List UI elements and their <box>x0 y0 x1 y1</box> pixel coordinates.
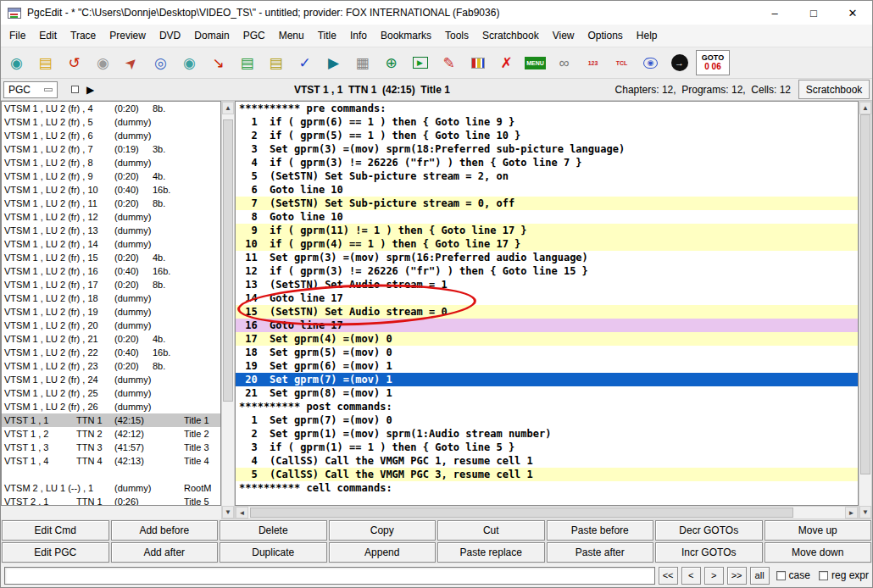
command-line[interactable]: 8 Goto line 10 <box>236 210 858 224</box>
new-backup-icon[interactable]: ◉ <box>92 51 114 75</box>
command-line[interactable]: 10 if ( gprm(4) == 1 ) then { Goto line … <box>236 237 858 251</box>
examine-dvd-icon[interactable]: ◎ <box>149 51 172 75</box>
menu-menu[interactable]: Menu <box>272 25 311 46</box>
cut-button[interactable]: Cut <box>437 520 545 541</box>
command-line[interactable]: 3 Set gprm(3) =(mov) sprm(18:Preferred s… <box>236 142 858 156</box>
restore-backup-icon[interactable]: ▤ <box>236 51 259 75</box>
menu-info[interactable]: Info <box>343 25 374 46</box>
pgc-list-row[interactable]: VTSM 1 , LU 2 (fr) , 16(0:40)16b. <box>2 264 220 278</box>
pgc-list-row[interactable]: VTSM 1 , LU 2 (fr) , 7(0:19)3b. <box>2 142 220 156</box>
pgc-list-row[interactable]: VTSM 1 , LU 2 (fr) , 21(0:20)4b. <box>2 332 220 346</box>
scroll-right-icon[interactable]: ► <box>845 507 858 519</box>
duplicate-button[interactable]: Duplicate <box>220 542 327 563</box>
command-line[interactable]: 5 (CallSS) Call the VMGM PGC 3, resume c… <box>236 468 858 481</box>
command-scrollbar[interactable]: ▲ ▼ <box>859 101 872 519</box>
pgc-list-row[interactable]: VTST 1 , 3TTN 3(41:57)Title 3 <box>2 441 220 454</box>
command-line[interactable]: 21 Set gprm(8) =(mov) 1 <box>236 386 858 400</box>
command-line[interactable]: 18 Set gprm(5) =(mov) 0 <box>236 346 858 359</box>
scratchbook-button[interactable]: Scratchbook <box>798 80 870 99</box>
command-hscrollbar[interactable]: ◄ ► <box>235 506 859 519</box>
paste-replace-button[interactable]: Paste replace <box>437 542 545 563</box>
pgc-list-row[interactable]: VTSM 1 , LU 2 (fr) , 19(dummy) <box>2 305 220 319</box>
pgc-list-row[interactable]: VTSM 1 , LU 2 (fr) , 18(dummy) <box>2 291 220 305</box>
trace-icon[interactable]: → <box>668 51 691 75</box>
menu-edit[interactable]: Edit <box>32 25 64 46</box>
command-line[interactable]: 3 if ( gprm(1) == 1 ) then { Goto line 5… <box>236 441 858 454</box>
pgc-list-row[interactable]: VTST 1 , 4TTN 4(42:13)Title 4 <box>2 454 220 468</box>
scroll-thumb[interactable] <box>860 114 870 474</box>
scroll-thumb[interactable] <box>223 119 233 402</box>
log-window-icon[interactable]: ▦ <box>351 51 374 75</box>
command-line[interactable]: 17 Set gprm(4) =(mov) 0 <box>236 332 858 346</box>
command-line[interactable]: 9 if ( gprm(11) != 1 ) then { Goto line … <box>236 224 858 237</box>
menu-scratchbook[interactable]: Scratchbook <box>475 25 546 46</box>
menu-tools[interactable]: Tools <box>438 25 475 46</box>
pgc-list-row[interactable]: VTSM 1 , LU 2 (fr) , 6(dummy) <box>2 129 220 142</box>
search-forward-button[interactable]: > <box>704 567 724 585</box>
pgc-list-row[interactable]: VTSM 1 , LU 2 (fr) , 25(dummy) <box>2 386 220 400</box>
remove-goto-icon[interactable]: ✗ <box>495 51 518 75</box>
command-line[interactable]: 4 if ( gprm(3) != 26226 ("fr") ) then { … <box>236 156 858 169</box>
paste-after-button[interactable]: Paste after <box>547 542 654 563</box>
play-icon[interactable]: ▶ <box>86 85 94 95</box>
pgc-list-row[interactable]: VTSM 1 , LU 2 (fr) , 15(0:20)4b. <box>2 251 220 264</box>
command-line[interactable]: 1 if ( gprm(6) == 1 ) then { Goto line 9… <box>236 115 858 129</box>
scroll-left-icon[interactable]: ◄ <box>236 507 248 519</box>
pgc-list-row[interactable]: VTSM 1 , LU 2 (fr) , 9(0:20)4b. <box>2 169 220 183</box>
menu-bookmarks[interactable]: Bookmarks <box>374 25 438 46</box>
regexpr-checkbox-box[interactable] <box>819 571 828 580</box>
scroll-up-icon[interactable]: ▲ <box>222 102 234 114</box>
pgc-list-row[interactable]: VTSM 1 , LU 2 (fr) , 4(0:20)8b. <box>2 102 220 115</box>
stream-numbers-icon[interactable]: 123 <box>581 51 604 75</box>
pgc-list-row[interactable]: VTSM 2 , LU 1 (--) , 1(dummy)RootM <box>2 481 220 495</box>
search-all-button[interactable]: all <box>750 567 770 585</box>
command-line[interactable]: 7 (SetSTN) Set Sub-picture stream = 0, o… <box>236 197 858 210</box>
search-input[interactable] <box>4 567 655 585</box>
search-last-button[interactable]: >> <box>727 567 747 585</box>
scroll-thumb[interactable] <box>250 508 793 518</box>
pgc-list-row[interactable]: VTSM 1 , LU 2 (fr) , 10(0:40)16b. <box>2 183 220 197</box>
command-line[interactable]: 19 Set gprm(6) =(mov) 1 <box>236 359 858 373</box>
copy-dvd-icon[interactable]: ◉ <box>178 51 201 75</box>
pgc-list-row[interactable]: VTSM 1 , LU 2 (fr) , 5(dummy) <box>2 115 220 129</box>
open-dvd-icon[interactable]: ◉ <box>5 51 28 75</box>
pgc-list-row[interactable]: VTSM 1 , LU 2 (fr) , 11(0:20)8b. <box>2 197 220 210</box>
incr-gotos-button[interactable]: Incr GOTOs <box>655 542 763 563</box>
add-before-button[interactable]: Add before <box>111 520 219 541</box>
copy-button[interactable]: Copy <box>329 520 436 541</box>
pgc-list-row[interactable]: VTSM 1 , LU 2 (fr) , 24(dummy) <box>2 373 220 386</box>
pgc-list-row[interactable]: VTSM 1 , LU 2 (fr) , 14(dummy) <box>2 237 220 251</box>
scroll-track[interactable] <box>859 114 871 506</box>
pgc-list-row[interactable]: VTSM 1 , LU 2 (fr) , 8(dummy) <box>2 156 220 169</box>
command-line[interactable]: 2 Set gprm(1) =(mov) sprm(1:Audio stream… <box>236 427 858 441</box>
scroll-down-icon[interactable]: ▼ <box>222 506 234 519</box>
command-line[interactable]: 12 if ( gprm(3) != 26226 ("fr") ) then {… <box>236 264 858 278</box>
scroll-track[interactable] <box>222 114 234 506</box>
pgc-list-row[interactable]: VTSM 1 , LU 2 (fr) , 23(0:20)8b. <box>2 359 220 373</box>
undo-icon[interactable]: ↺ <box>63 51 86 75</box>
case-checkbox-box[interactable] <box>776 571 786 580</box>
search-first-button[interactable]: << <box>659 567 678 585</box>
edit-pgc-button[interactable]: Edit PGC <box>2 542 109 563</box>
pgc-list-row[interactable] <box>2 468 220 481</box>
menu-file[interactable]: File <box>3 25 32 46</box>
append-button[interactable]: Append <box>329 542 436 563</box>
rocket-burn-icon[interactable]: ➤ <box>120 51 143 75</box>
command-line[interactable]: 1 Set gprm(7) =(mov) 0 <box>236 413 858 427</box>
command-line[interactable]: 2 if ( gprm(5) == 1 ) then { Goto line 1… <box>236 129 858 142</box>
save-backup-icon[interactable]: ▤ <box>264 51 287 75</box>
scroll-up-icon[interactable]: ▲ <box>859 102 871 114</box>
command-line[interactable]: 4 (CallSS) Call the VMGM PGC 1, resume c… <box>236 454 858 468</box>
scroll-track[interactable] <box>248 507 845 519</box>
tcl-console-icon[interactable]: TCL <box>610 51 633 75</box>
menu-editor-icon[interactable]: MENU <box>524 51 547 75</box>
command-line[interactable]: 11 Set gprm(3) =(mov) sprm(16:Preferred … <box>236 251 858 264</box>
regexpr-checkbox[interactable]: reg expr <box>819 569 869 581</box>
pgc-list-row[interactable]: VTSM 1 , LU 2 (fr) , 17(0:20)8b. <box>2 278 220 291</box>
pgc-list-row[interactable]: VTSM 1 , LU 2 (fr) , 26(dummy) <box>2 400 220 413</box>
pgc-list-row[interactable]: VTSM 1 , LU 2 (fr) , 12(dummy) <box>2 210 220 224</box>
command-line[interactable]: 15 (SetSTN) Set Audio stream = 0 <box>236 305 858 319</box>
menu-view[interactable]: View <box>546 25 581 46</box>
command-line[interactable]: 13 (SetSTN) Set Audio stream = 1 <box>236 278 858 291</box>
edit-web-icon[interactable]: ✎ <box>437 51 460 75</box>
